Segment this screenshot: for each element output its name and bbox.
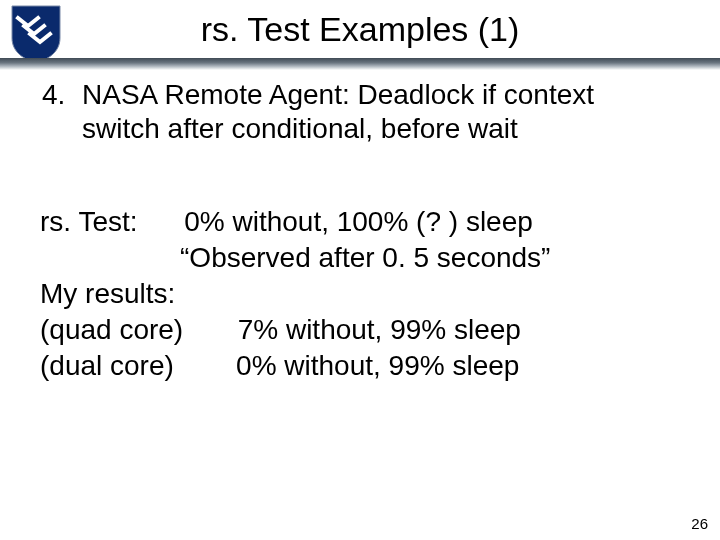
dual-core-row: (dual core) 0% without, 99% sleep — [40, 348, 720, 384]
slide-body: 4. NASA Remote Agent: Deadlock if contex… — [0, 78, 720, 383]
rstest-row-2: “Observed after 0. 5 seconds” — [40, 240, 720, 276]
my-results-label: My results: — [40, 276, 720, 312]
page-number: 26 — [691, 515, 708, 532]
rstest-row-1: rs. Test: 0% without, 100% (? ) sleep — [40, 204, 720, 240]
rstest-label: rs. Test: — [40, 206, 138, 237]
item-text: NASA Remote Agent: Deadlock if context s… — [82, 78, 660, 146]
dual-value: 0% without, 99% sleep — [236, 350, 519, 381]
item-number: 4. — [42, 78, 65, 112]
slide-title: rs. Test Examples (1) — [0, 10, 720, 49]
slide-header: rs. Test Examples (1) — [0, 0, 720, 62]
list-item-4: 4. NASA Remote Agent: Deadlock if contex… — [42, 78, 660, 146]
dual-label: (dual core) — [40, 350, 174, 381]
quad-label: (quad core) — [40, 314, 183, 345]
quad-value: 7% without, 99% sleep — [238, 314, 521, 345]
results-block: rs. Test: 0% without, 100% (? ) sleep “O… — [40, 204, 720, 383]
rstest-line1: 0% without, 100% (? ) sleep — [184, 206, 533, 237]
header-divider — [0, 58, 720, 70]
quad-core-row: (quad core) 7% without, 99% sleep — [40, 312, 720, 348]
rstest-line2: “Observed after 0. 5 seconds” — [180, 242, 550, 273]
